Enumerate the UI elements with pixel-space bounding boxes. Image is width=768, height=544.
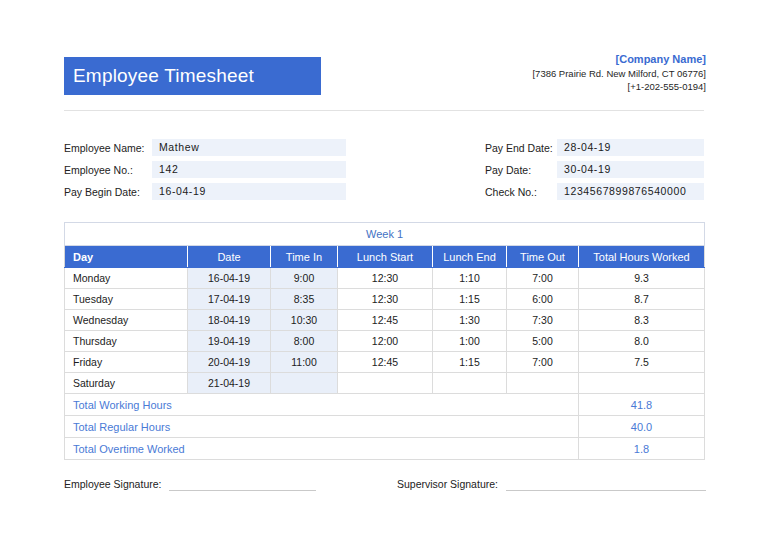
total-overtime-worked-row: Total Overtime Worked 1.8	[65, 438, 705, 460]
column-header-row: Day Date Time In Lunch Start Lunch End T…	[65, 246, 705, 268]
company-info: [Company Name] [7386 Prairie Rd. New Mil…	[532, 52, 706, 93]
date-cell[interactable]: 17-04-19	[188, 289, 271, 310]
date-cell[interactable]: 21-04-19	[188, 373, 271, 394]
info-row-pay-end-date: Pay End Date: 28-04-19	[485, 139, 704, 156]
week-title-row: Week 1	[65, 223, 705, 246]
supervisor-signature-line[interactable]	[506, 478, 706, 491]
timesheet-row-tuesday: Tuesday 17-04-19 8:35 12:30 1:15 6:00 8.…	[65, 289, 705, 310]
lunch-start-cell[interactable]: 12:45	[338, 310, 433, 331]
total-label: Total Regular Hours	[65, 416, 579, 438]
lunch-start-cell[interactable]: 12:45	[338, 352, 433, 373]
col-header-time-in: Time In	[271, 246, 338, 268]
pay-end-date-label: Pay End Date:	[485, 142, 557, 154]
check-no-field[interactable]: 1234567899876540000	[557, 183, 704, 200]
date-cell[interactable]: 16-04-19	[188, 268, 271, 289]
employee-name-field[interactable]: Mathew	[152, 139, 346, 156]
lunch-start-cell[interactable]: 12:00	[338, 331, 433, 352]
time-in-cell[interactable]	[271, 373, 338, 394]
timesheet-page: Employee Timesheet [Company Name] [7386 …	[0, 0, 768, 544]
col-header-date: Date	[188, 246, 271, 268]
info-row-check-no: Check No.: 1234567899876540000	[485, 183, 704, 200]
lunch-end-cell[interactable]: 1:10	[433, 268, 507, 289]
time-out-cell[interactable]: 7:30	[507, 310, 579, 331]
total-value: 40.0	[579, 416, 705, 438]
employee-name-label: Employee Name:	[64, 142, 152, 154]
time-in-cell[interactable]: 8:35	[271, 289, 338, 310]
info-row-pay-date: Pay Date: 30-04-19	[485, 161, 704, 178]
lunch-end-cell[interactable]: 1:15	[433, 352, 507, 373]
timesheet-row-friday: Friday 20-04-19 11:00 12:45 1:15 7:00 7.…	[65, 352, 705, 373]
pay-date-field[interactable]: 30-04-19	[557, 161, 704, 178]
col-header-day: Day	[65, 246, 188, 268]
lunch-end-cell[interactable]: 1:15	[433, 289, 507, 310]
page-title: Employee Timesheet	[73, 65, 254, 86]
timesheet-row-monday: Monday 16-04-19 9:00 12:30 1:10 7:00 9.3	[65, 268, 705, 289]
timesheet-row-thursday: Thursday 19-04-19 8:00 12:00 1:00 5:00 8…	[65, 331, 705, 352]
week-title: Week 1	[65, 223, 705, 246]
lunch-end-cell[interactable]: 1:00	[433, 331, 507, 352]
page-title-bar: Employee Timesheet	[64, 57, 321, 95]
total-hours-cell: 8.0	[579, 331, 705, 352]
day-cell: Tuesday	[65, 289, 188, 310]
header-divider	[64, 110, 704, 111]
lunch-start-cell[interactable]: 12:30	[338, 289, 433, 310]
company-address: [7386 Prairie Rd. New Milford, CT 06776]	[532, 67, 706, 80]
lunch-start-cell[interactable]: 12:30	[338, 268, 433, 289]
total-hours-cell: 8.7	[579, 289, 705, 310]
total-hours-cell	[579, 373, 705, 394]
check-no-label: Check No.:	[485, 186, 557, 198]
total-hours-cell: 7.5	[579, 352, 705, 373]
employee-signature-label: Employee Signature:	[64, 477, 161, 491]
pay-begin-date-field[interactable]: 16-04-19	[152, 183, 346, 200]
employee-signature-line[interactable]	[169, 478, 316, 491]
total-hours-cell: 9.3	[579, 268, 705, 289]
time-in-cell[interactable]: 10:30	[271, 310, 338, 331]
date-cell[interactable]: 20-04-19	[188, 352, 271, 373]
employee-info-right: Pay End Date: 28-04-19 Pay Date: 30-04-1…	[485, 139, 704, 205]
supervisor-signature-label: Supervisor Signature:	[397, 477, 498, 491]
day-cell: Friday	[65, 352, 188, 373]
info-row-employee-name: Employee Name: Mathew	[64, 139, 346, 156]
info-row-employee-no: Employee No.: 142	[64, 161, 346, 178]
col-header-lunch-end: Lunch End	[433, 246, 507, 268]
col-header-time-out: Time Out	[507, 246, 579, 268]
employee-no-label: Employee No.:	[64, 164, 152, 176]
day-cell: Monday	[65, 268, 188, 289]
date-cell[interactable]: 19-04-19	[188, 331, 271, 352]
supervisor-signature-block: Supervisor Signature:	[397, 477, 706, 491]
time-out-cell[interactable]: 6:00	[507, 289, 579, 310]
total-value: 41.8	[579, 394, 705, 416]
lunch-end-cell[interactable]: 1:30	[433, 310, 507, 331]
time-out-cell[interactable]: 7:00	[507, 268, 579, 289]
employee-no-field[interactable]: 142	[152, 161, 346, 178]
day-cell: Wednesday	[65, 310, 188, 331]
total-label: Total Overtime Worked	[65, 438, 579, 460]
employee-info-left: Employee Name: Mathew Employee No.: 142 …	[64, 139, 346, 205]
lunch-end-cell[interactable]	[433, 373, 507, 394]
col-header-total-hours: Total Hours Worked	[579, 246, 705, 268]
total-label: Total Working Hours	[65, 394, 579, 416]
pay-end-date-field[interactable]: 28-04-19	[557, 139, 704, 156]
total-hours-cell: 8.3	[579, 310, 705, 331]
company-phone: [+1-202-555-0194]	[532, 80, 706, 93]
day-cell: Thursday	[65, 331, 188, 352]
lunch-start-cell[interactable]	[338, 373, 433, 394]
date-cell[interactable]: 18-04-19	[188, 310, 271, 331]
total-value: 1.8	[579, 438, 705, 460]
col-header-lunch-start: Lunch Start	[338, 246, 433, 268]
employee-signature-block: Employee Signature:	[64, 477, 316, 491]
total-regular-hours-row: Total Regular Hours 40.0	[65, 416, 705, 438]
company-name: [Company Name]	[532, 52, 706, 67]
time-out-cell[interactable]	[507, 373, 579, 394]
time-out-cell[interactable]: 5:00	[507, 331, 579, 352]
day-cell: Saturday	[65, 373, 188, 394]
time-in-cell[interactable]: 8:00	[271, 331, 338, 352]
timesheet-row-wednesday: Wednesday 18-04-19 10:30 12:45 1:30 7:30…	[65, 310, 705, 331]
time-in-cell[interactable]: 11:00	[271, 352, 338, 373]
time-in-cell[interactable]: 9:00	[271, 268, 338, 289]
pay-begin-date-label: Pay Begin Date:	[64, 186, 152, 198]
pay-date-label: Pay Date:	[485, 164, 557, 176]
total-working-hours-row: Total Working Hours 41.8	[65, 394, 705, 416]
timesheet-row-saturday: Saturday 21-04-19	[65, 373, 705, 394]
time-out-cell[interactable]: 7:00	[507, 352, 579, 373]
